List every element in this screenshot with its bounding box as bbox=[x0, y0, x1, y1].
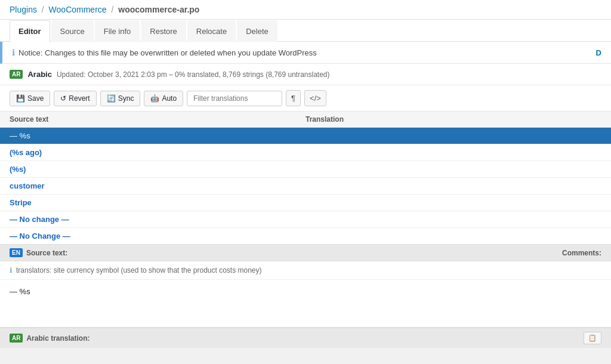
notice-text: Notice: Changes to this file may be over… bbox=[18, 48, 317, 57]
toolbar: 💾 Save ↺ Revert 🔄 Sync 🤖 Auto ¶ </> bbox=[0, 85, 611, 112]
auto-button[interactable]: 🤖 Auto bbox=[144, 91, 183, 106]
source-cell: customer bbox=[10, 181, 306, 190]
tab-restore[interactable]: Restore bbox=[141, 20, 186, 42]
file-meta: AR Arabic Updated: October 3, 2021 2:03 … bbox=[0, 64, 611, 85]
translation-header: AR Arabic translation: 📋 bbox=[0, 328, 611, 348]
table-header: Source text Translation bbox=[0, 112, 611, 128]
app-container: Plugins / WooCommerce / woocommerce-ar.p… bbox=[0, 0, 611, 364]
source-cell: Stripe bbox=[10, 198, 306, 207]
tabs-bar: Editor Source File info Restore Relocate… bbox=[0, 20, 611, 42]
lang-name: Arabic bbox=[27, 70, 51, 79]
sync-icon: 🔄 bbox=[107, 94, 116, 103]
source-cell: — %s bbox=[10, 131, 306, 140]
lang-badge-ar: AR bbox=[10, 70, 23, 79]
col-translation-header: Translation bbox=[306, 115, 601, 124]
filter-input[interactable] bbox=[187, 91, 282, 106]
auto-icon: 🤖 bbox=[150, 94, 159, 103]
hint-icon: ℹ bbox=[10, 266, 13, 274]
source-text-header: EN Source text: Comments: bbox=[0, 245, 611, 261]
table-row[interactable]: — No Change — bbox=[0, 228, 611, 244]
translation-cell bbox=[306, 131, 601, 140]
table-row[interactable]: (%s) bbox=[0, 161, 611, 178]
source-cell: (%s ago) bbox=[10, 148, 306, 157]
translation-cell bbox=[306, 232, 601, 240]
tab-delete[interactable]: Delete bbox=[237, 20, 277, 42]
auto-label: Auto bbox=[162, 94, 177, 103]
translation-cell bbox=[306, 165, 601, 174]
source-cell: — No Change — bbox=[10, 232, 306, 240]
sync-label: Sync bbox=[118, 94, 134, 103]
tab-source[interactable]: Source bbox=[51, 20, 94, 42]
translation-cell bbox=[306, 198, 601, 207]
translation-list: — %s (%s ago) (%s) customer Stripe — No … bbox=[0, 128, 611, 244]
en-badge: EN bbox=[10, 248, 23, 257]
meta-details: Updated: October 3, 2021 2:03 pm – 0% tr… bbox=[57, 70, 330, 79]
table-row[interactable]: — No change — bbox=[0, 211, 611, 228]
copy-to-translation-button[interactable]: 📋 bbox=[584, 332, 601, 344]
notice-bar: ℹ Notice: Changes to this file may be ov… bbox=[0, 42, 611, 64]
revert-button[interactable]: ↺ Revert bbox=[54, 91, 96, 106]
comments-label: Comments: bbox=[562, 249, 601, 257]
source-text-label: Source text: bbox=[26, 249, 67, 257]
source-value: — %s bbox=[10, 287, 30, 296]
table-row[interactable]: customer bbox=[0, 178, 611, 195]
translation-cell bbox=[306, 148, 601, 157]
revert-icon: ↺ bbox=[60, 94, 66, 103]
notice-dismiss-button[interactable]: D bbox=[596, 48, 601, 57]
sep2: / bbox=[111, 5, 113, 14]
pilcrow-button[interactable]: ¶ bbox=[286, 90, 301, 106]
save-label: Save bbox=[27, 94, 44, 103]
translation-label: Arabic translation: bbox=[26, 334, 90, 343]
table-row[interactable]: (%s ago) bbox=[0, 144, 611, 161]
source-text-value: — %s bbox=[0, 280, 611, 328]
sep1: / bbox=[42, 5, 44, 14]
info-icon: ℹ bbox=[12, 48, 15, 57]
table-row[interactable]: Stripe bbox=[0, 195, 611, 211]
breadcrumb-plugins-link[interactable]: Plugins bbox=[10, 5, 37, 14]
editor-hint: ℹ translators: site currency symbol (use… bbox=[0, 261, 611, 280]
source-cell: — No change — bbox=[10, 215, 306, 224]
revert-label: Revert bbox=[69, 94, 90, 103]
tab-relocate[interactable]: Relocate bbox=[187, 20, 236, 42]
col-source-header: Source text bbox=[10, 115, 306, 124]
breadcrumb-file: woocommerce-ar.po bbox=[118, 5, 199, 14]
ar-badge: AR bbox=[10, 334, 23, 343]
source-cell: (%s) bbox=[10, 165, 306, 174]
breadcrumb-woocommerce-link[interactable]: WooCommerce bbox=[49, 5, 107, 14]
sync-button[interactable]: 🔄 Sync bbox=[100, 91, 141, 106]
save-button[interactable]: 💾 Save bbox=[10, 91, 50, 106]
breadcrumb: Plugins / WooCommerce / woocommerce-ar.p… bbox=[0, 0, 611, 20]
save-icon: 💾 bbox=[16, 94, 25, 103]
tab-editor[interactable]: Editor bbox=[10, 20, 50, 42]
table-row[interactable]: — %s bbox=[0, 128, 611, 144]
translation-cell bbox=[306, 181, 601, 190]
editor-panel: EN Source text: Comments: ℹ translators:… bbox=[0, 244, 611, 348]
translation-cell bbox=[306, 215, 601, 224]
code-button[interactable]: </> bbox=[304, 90, 326, 106]
tab-file-info[interactable]: File info bbox=[95, 20, 140, 42]
hint-text: translators: site currency symbol (used … bbox=[16, 266, 262, 274]
translation-table: — %s (%s ago) (%s) customer Stripe — No … bbox=[0, 128, 611, 244]
